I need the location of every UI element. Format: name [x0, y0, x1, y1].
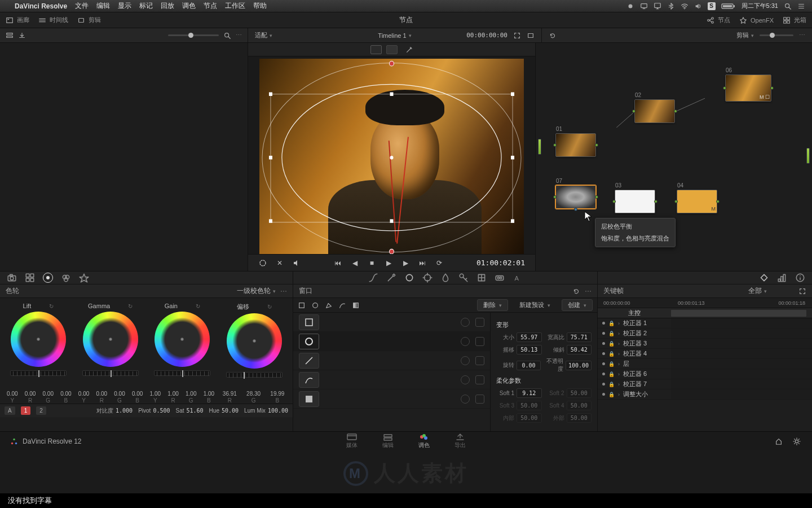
row-invert-toggle[interactable]: [475, 337, 484, 346]
tab-edit[interactable]: 编辑: [382, 433, 394, 449]
mute-icon[interactable]: [292, 259, 301, 268]
tab-media[interactable]: 媒体: [346, 433, 358, 449]
menu-help[interactable]: 帮助: [253, 1, 267, 11]
window-row-rect[interactable]: [293, 313, 490, 332]
gallery-toggle[interactable]: 画廊: [6, 16, 29, 24]
gallery-options-icon[interactable]: ⋯: [236, 32, 242, 39]
wheels-mode-dropdown[interactable]: 一级校色轮: [237, 286, 276, 296]
row-invert-toggle[interactable]: [475, 375, 484, 384]
bypass-icon[interactable]: [258, 259, 267, 268]
chevron-right-icon[interactable]: ›: [618, 382, 620, 387]
status-airplay-icon[interactable]: [654, 2, 661, 10]
window-row-curve[interactable]: [293, 370, 490, 389]
power-windows-icon[interactable]: [404, 273, 414, 283]
clips-toggle[interactable]: 剪辑: [77, 16, 101, 24]
viewer-fit-dropdown[interactable]: 适配: [255, 31, 272, 40]
shape-circle-icon[interactable]: [311, 301, 319, 309]
status-volume-icon[interactable]: [694, 2, 702, 10]
prop-soft1[interactable]: 9.12: [517, 388, 542, 398]
key-icon[interactable]: [458, 273, 469, 283]
row-mask-toggle[interactable]: [461, 395, 470, 404]
kf-enable-dot[interactable]: [602, 383, 605, 386]
jog-gamma[interactable]: [82, 370, 139, 376]
jog-偏移[interactable]: [226, 372, 283, 378]
kf-row[interactable]: 🔒›校正器 4: [598, 349, 812, 359]
motion-effects-icon[interactable]: [79, 273, 89, 283]
node-07[interactable]: 07: [555, 185, 596, 209]
prop-rotate[interactable]: 0.00: [517, 361, 541, 370]
viewer-canvas[interactable]: [259, 59, 524, 254]
home-icon[interactable]: [775, 437, 783, 445]
lock-icon[interactable]: 🔒: [608, 341, 615, 347]
thumbnail-size-slider[interactable]: [168, 34, 219, 36]
status-bluetooth-icon[interactable]: [667, 2, 675, 10]
kf-enable-dot[interactable]: [602, 373, 605, 375]
node-02[interactable]: 02: [634, 99, 675, 123]
kf-track[interactable]: [671, 329, 812, 338]
kf-row[interactable]: 🔒›校正器 7: [598, 379, 812, 389]
status-battery-icon[interactable]: [721, 2, 736, 10]
node-clip-dropdown[interactable]: 剪辑: [736, 31, 754, 40]
chevron-right-icon[interactable]: ›: [618, 321, 620, 326]
wheel-reset-icon[interactable]: ↻: [128, 303, 133, 309]
rect-shape-icon[interactable]: [299, 314, 319, 330]
kf-row[interactable]: 🔒›校正器 3: [598, 339, 812, 349]
prop-size[interactable]: 55.97: [517, 332, 542, 342]
rgb-mixer-icon[interactable]: [61, 273, 71, 283]
window-delete-button[interactable]: 删除: [477, 299, 508, 311]
node-reset-icon[interactable]: [549, 32, 557, 40]
lightbox-toggle[interactable]: 光箱: [783, 16, 806, 24]
menu-view[interactable]: 显示: [118, 1, 131, 11]
kf-row[interactable]: 🔒›调整大小: [598, 389, 812, 400]
goto-start-icon[interactable]: ⏮: [333, 259, 342, 268]
menu-edit[interactable]: 编辑: [96, 1, 110, 11]
status-app-icon[interactable]: S: [708, 2, 716, 10]
color-wheel-lift[interactable]: [11, 312, 66, 367]
curve-shape-icon[interactable]: [299, 372, 319, 388]
readout-A-button[interactable]: A: [5, 406, 15, 415]
kf-master-track[interactable]: [671, 310, 806, 317]
tab-color[interactable]: 调色: [418, 433, 430, 449]
info-icon[interactable]: [795, 273, 805, 283]
kf-track[interactable]: [671, 379, 812, 389]
kf-enable-dot[interactable]: [602, 322, 605, 325]
color-match-icon[interactable]: [25, 273, 35, 283]
stop-icon[interactable]: ■: [367, 259, 376, 268]
menu-playback[interactable]: 回放: [161, 1, 174, 11]
status-wifi-icon[interactable]: [681, 2, 689, 10]
scopes-icon[interactable]: [777, 273, 787, 283]
color-wheels-icon[interactable]: [43, 273, 53, 283]
search-icon[interactable]: [223, 32, 231, 40]
readout-page1-button[interactable]: 1: [21, 406, 31, 415]
prop-pan[interactable]: 50.13: [517, 345, 542, 354]
menu-mark[interactable]: 标记: [139, 1, 153, 11]
grab-still-icon[interactable]: [18, 32, 26, 40]
lock-icon[interactable]: 🔒: [608, 371, 615, 377]
timeline-toggle[interactable]: 时间线: [38, 16, 68, 24]
openfx-toggle[interactable]: OpenFX: [739, 16, 774, 24]
kf-row[interactable]: 🔒›层: [598, 359, 812, 369]
playhead-timecode[interactable]: 01:00:02:01: [476, 259, 525, 267]
viewer-single-icon[interactable]: [527, 32, 535, 40]
project-settings-icon[interactable]: [793, 437, 801, 445]
circle-shape-icon[interactable]: [299, 334, 319, 349]
node-06[interactable]: 06M ☐: [725, 75, 771, 102]
lock-icon[interactable]: 🔒: [608, 382, 615, 387]
window-preset-button[interactable]: 新建预设: [514, 300, 556, 310]
kf-mode-dropdown[interactable]: 全部: [748, 286, 767, 296]
chevron-right-icon[interactable]: ›: [618, 361, 620, 367]
loop-icon[interactable]: ⟳: [435, 259, 444, 268]
chevron-right-icon[interactable]: ›: [618, 351, 620, 357]
tracker-icon[interactable]: [422, 273, 433, 283]
shape-curve-icon[interactable]: [338, 301, 346, 309]
lock-icon[interactable]: 🔒: [608, 321, 615, 326]
goto-end-icon[interactable]: ⏭: [418, 259, 427, 268]
window-row-circle[interactable]: [293, 332, 490, 351]
app-name[interactable]: DaVinci Resolve: [15, 2, 67, 10]
row-mask-toggle[interactable]: [461, 337, 470, 346]
kf-master-label[interactable]: 主控: [598, 309, 671, 317]
lock-icon[interactable]: 🔒: [608, 351, 615, 357]
play-icon[interactable]: ▶: [384, 259, 393, 268]
kf-enable-dot[interactable]: [602, 342, 605, 345]
menu-workspace[interactable]: 工作区: [225, 1, 245, 11]
